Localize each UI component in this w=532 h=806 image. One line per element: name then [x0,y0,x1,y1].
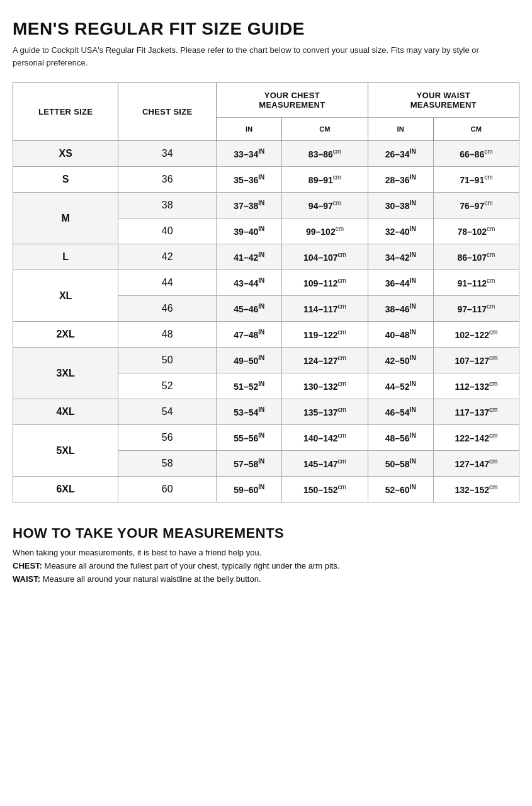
how-to-chest: CHEST: Measure all around the fullest pa… [13,560,519,573]
cell-waist-cm: 78–102cm [433,219,519,244]
cell-chest-size: 40 [118,219,217,244]
cell-chest-in: 53–54IN [217,399,282,425]
cell-chest-in: 39–40IN [217,219,282,244]
cell-chest-in: 37–38IN [217,193,282,219]
cell-waist-cm: 122–142cm [433,425,519,451]
cell-chest-size: 38 [118,193,217,219]
col-subheader-waist-cm: CM [433,118,519,141]
cell-waist-in: 44–52IN [368,373,433,399]
cell-waist-cm: 91–112cm [433,270,519,296]
cell-chest-cm: 99–102cm [282,219,368,244]
cell-waist-cm: 112–132cm [433,373,519,399]
cell-chest-size: 42 [118,244,217,270]
col-header-chest-size: CHEST SIZE [118,83,217,141]
cell-waist-cm: 102–122cm [433,322,519,348]
cell-waist-in: 32–40IN [368,219,433,244]
cell-chest-in: 45–46IN [217,296,282,322]
cell-waist-in: 26–34IN [368,141,433,167]
cell-letter-size: 6XL [13,477,118,502]
cell-chest-in: 57–58IN [217,451,282,477]
table-row: L4241–42IN104–107cm34–42IN86–107cm [13,244,519,270]
page-title: MEN'S REGULAR FIT SIZE GUIDE [13,19,519,39]
size-guide-table: LETTER SIZE CHEST SIZE YOUR CHESTMEASURE… [13,82,519,502]
cell-chest-cm: 140–142cm [282,425,368,451]
col-subheader-chest-in: IN [217,118,282,141]
cell-letter-size: L [13,244,118,270]
cell-waist-in: 46–54IN [368,399,433,425]
cell-letter-size: 2XL [13,322,118,348]
cell-letter-size: S [13,167,118,193]
cell-chest-cm: 135–137cm [282,399,368,425]
cell-waist-cm: 71–91cm [433,167,519,193]
cell-waist-cm: 97–117cm [433,296,519,322]
col-subheader-chest-cm: CM [282,118,368,141]
cell-chest-in: 33–34IN [217,141,282,167]
cell-waist-cm: 76–97cm [433,193,519,219]
cell-waist-in: 48–56IN [368,425,433,451]
cell-chest-cm: 150–152cm [282,477,368,502]
cell-letter-size: M [13,193,118,244]
table-row: 4XL5453–54IN135–137cm46–54IN117–137cm [13,399,519,425]
cell-waist-in: 42–50IN [368,348,433,373]
cell-letter-size: XS [13,141,118,167]
table-row: 2XL4847–48IN119–122cm40–48IN102–122cm [13,322,519,348]
cell-letter-size: 5XL [13,425,118,477]
cell-chest-in: 55–56IN [217,425,282,451]
waist-text: Measure all around your natural waistlin… [40,574,261,584]
cell-waist-in: 28–36IN [368,167,433,193]
cell-letter-size: 3XL [13,348,118,399]
waist-label: WAIST: [13,574,40,584]
col-header-chest-measurement: YOUR CHESTMEASUREMENT [217,83,368,118]
cell-chest-cm: 145–147cm [282,451,368,477]
cell-chest-in: 51–52IN [217,373,282,399]
cell-waist-in: 40–48IN [368,322,433,348]
how-to-title: HOW TO TAKE YOUR MEASUREMENTS [13,525,519,542]
cell-chest-size: 52 [118,373,217,399]
cell-waist-in: 52–60IN [368,477,433,502]
cell-chest-cm: 89–91cm [282,167,368,193]
cell-waist-in: 38–46IN [368,296,433,322]
table-row: XL4443–44IN109–112cm36–44IN91–112cm [13,270,519,296]
page-subtitle: A guide to Cockpit USA's Regular Fit Jac… [13,44,491,69]
cell-chest-cm: 94–97cm [282,193,368,219]
how-to-intro: When taking your measurements, it is bes… [13,547,519,560]
cell-chest-cm: 130–132cm [282,373,368,399]
table-row: 5XL5655–56IN140–142cm48–56IN122–142cm [13,425,519,451]
table-row: XS3433–34IN83–86cm26–34IN66–86cm [13,141,519,167]
chest-text: Measure all around the fullest part of y… [42,561,340,570]
cell-waist-cm: 117–137cm [433,399,519,425]
cell-chest-size: 46 [118,296,217,322]
table-row: 3XL5049–50IN124–127cm42–50IN107–127cm [13,348,519,373]
cell-chest-in: 35–36IN [217,167,282,193]
cell-waist-in: 50–58IN [368,451,433,477]
cell-waist-in: 34–42IN [368,244,433,270]
col-header-waist-measurement: YOUR WAISTMEASUREMENT [368,83,519,118]
cell-chest-size: 34 [118,141,217,167]
table-row: 6XL6059–60IN150–152cm52–60IN132–152cm [13,477,519,502]
cell-waist-cm: 66–86cm [433,141,519,167]
chest-label: CHEST: [13,561,42,570]
cell-chest-size: 54 [118,399,217,425]
col-header-letter-size: LETTER SIZE [13,83,118,141]
cell-chest-in: 43–44IN [217,270,282,296]
cell-chest-cm: 104–107cm [282,244,368,270]
cell-chest-in: 59–60IN [217,477,282,502]
cell-chest-in: 47–48IN [217,322,282,348]
cell-waist-in: 30–38IN [368,193,433,219]
cell-chest-in: 41–42IN [217,244,282,270]
table-row: M3837–38IN94–97cm30–38IN76–97cm [13,193,519,219]
cell-chest-size: 48 [118,322,217,348]
cell-chest-cm: 119–122cm [282,322,368,348]
cell-waist-cm: 107–127cm [433,348,519,373]
cell-chest-cm: 109–112cm [282,270,368,296]
cell-chest-cm: 114–117cm [282,296,368,322]
cell-chest-size: 44 [118,270,217,296]
cell-chest-size: 60 [118,477,217,502]
cell-chest-cm: 124–127cm [282,348,368,373]
cell-letter-size: XL [13,270,118,322]
how-to-waist: WAIST: Measure all around your natural w… [13,573,519,586]
col-subheader-waist-in: IN [368,118,433,141]
cell-waist-cm: 86–107cm [433,244,519,270]
cell-waist-in: 36–44IN [368,270,433,296]
cell-chest-size: 58 [118,451,217,477]
